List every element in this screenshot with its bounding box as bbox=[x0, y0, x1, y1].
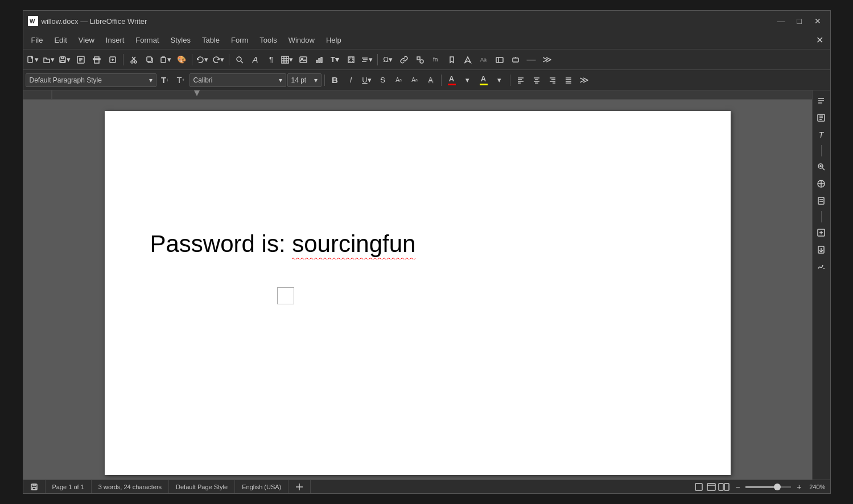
panel-text-btn[interactable]: T bbox=[813, 127, 829, 143]
tb-footnote[interactable]: fn bbox=[428, 52, 443, 67]
align-justify-button[interactable] bbox=[561, 73, 576, 88]
panel-sig-btn[interactable] bbox=[813, 259, 829, 275]
font-select[interactable]: Calibri ▾ bbox=[189, 73, 286, 87]
highlight-color-dropdown[interactable]: ▾ bbox=[492, 73, 507, 88]
new-style-button[interactable]: T+ bbox=[174, 73, 188, 88]
font-size-label: 14 pt bbox=[291, 76, 307, 84]
panel-compass-btn[interactable] bbox=[813, 176, 829, 192]
menu-window[interactable]: Window bbox=[283, 34, 320, 47]
status-save-icon[interactable] bbox=[28, 480, 46, 493]
tb-preview[interactable] bbox=[105, 52, 120, 67]
tb-rule[interactable]: — bbox=[524, 52, 539, 67]
toolbar2-separator-2 bbox=[441, 75, 442, 86]
paragraph-style-select[interactable]: Default Paragraph Style ▾ bbox=[26, 73, 156, 87]
highlight-color-button[interactable]: A bbox=[476, 73, 491, 88]
view-book-btn[interactable] bbox=[718, 482, 730, 492]
tb-print[interactable] bbox=[89, 52, 104, 67]
menu-bar-close[interactable]: ✕ bbox=[811, 35, 828, 46]
tb-save-dropdown[interactable]: ▾ bbox=[57, 52, 72, 67]
strikethrough-button[interactable]: S bbox=[376, 73, 390, 88]
tb-chart[interactable] bbox=[312, 52, 327, 67]
bold-button[interactable]: B bbox=[328, 73, 343, 88]
tb-find[interactable] bbox=[232, 52, 247, 67]
tb-textbox-dropdown[interactable]: T▾ bbox=[328, 52, 343, 67]
toolbar1-separator-2 bbox=[192, 54, 192, 65]
tb-table-dropdown[interactable]: ▾ bbox=[280, 52, 295, 67]
svg-rect-29 bbox=[316, 60, 318, 63]
tb-open-dropdown[interactable]: ▾ bbox=[42, 52, 56, 67]
tb-special-char-dropdown[interactable]: Ω▾ bbox=[381, 52, 395, 67]
tb-redo-dropdown[interactable]: ▾ bbox=[211, 52, 226, 67]
align-left-button[interactable] bbox=[513, 73, 528, 88]
panel-export-btn[interactable] bbox=[813, 242, 829, 258]
status-style: Default Page Style bbox=[169, 480, 235, 493]
tb-basic-shapes[interactable] bbox=[413, 52, 427, 67]
menu-edit[interactable]: Edit bbox=[48, 34, 72, 47]
underline-button[interactable]: U▾ bbox=[360, 73, 374, 88]
maximize-button[interactable]: □ bbox=[792, 14, 807, 28]
tb-image[interactable] bbox=[296, 52, 311, 67]
title-bar: W willow.docx — LibreOffice Writer — □ ✕ bbox=[23, 11, 830, 31]
zoom-in-btn[interactable]: + bbox=[793, 482, 805, 492]
zoom-slider[interactable] bbox=[745, 486, 791, 488]
shadow-button[interactable]: A bbox=[423, 73, 438, 88]
menu-format[interactable]: Format bbox=[130, 34, 164, 47]
document-area[interactable]: Password is: sourcingfun bbox=[23, 100, 812, 480]
status-language[interactable]: English (USA) bbox=[235, 480, 289, 493]
tb-docinfo[interactable] bbox=[73, 52, 88, 67]
menu-help[interactable]: Help bbox=[320, 34, 347, 47]
menu-insert[interactable]: Insert bbox=[100, 34, 130, 47]
update-style-button[interactable]: T↓ bbox=[158, 73, 172, 88]
svg-rect-96 bbox=[695, 484, 702, 490]
panel-page-btn[interactable] bbox=[813, 193, 829, 209]
tb-navigator[interactable] bbox=[460, 52, 475, 67]
tb-image2[interactable] bbox=[492, 52, 507, 67]
menu-file[interactable]: File bbox=[26, 34, 49, 47]
tb-hyperlink[interactable] bbox=[397, 52, 411, 67]
menu-view[interactable]: View bbox=[73, 34, 100, 47]
tb-new-dropdown[interactable]: ▾ bbox=[26, 52, 40, 67]
app-window: W willow.docx — LibreOffice Writer — □ ✕… bbox=[23, 10, 831, 494]
toolbar1: ▾ ▾ ▾ ▾ 🎨 ▾ ▾ bbox=[23, 49, 830, 70]
close-button[interactable]: ✕ bbox=[810, 14, 826, 28]
status-cursor-icon bbox=[289, 480, 311, 493]
menu-form[interactable]: Form bbox=[225, 34, 254, 47]
panel-properties-btn[interactable] bbox=[813, 110, 829, 126]
align-center-button[interactable] bbox=[529, 73, 544, 88]
zoom-out-btn[interactable]: − bbox=[732, 482, 743, 492]
panel-insert-btn[interactable] bbox=[813, 225, 829, 241]
menu-styles[interactable]: Styles bbox=[165, 34, 196, 47]
document-content[interactable]: Password is: sourcingfun bbox=[150, 230, 685, 258]
view-normal-btn[interactable] bbox=[693, 482, 704, 492]
minimize-button[interactable]: — bbox=[773, 14, 789, 28]
tb-textbox2[interactable] bbox=[508, 52, 523, 67]
tb-more1[interactable]: ≫ bbox=[540, 52, 555, 67]
zoom-slider-thumb[interactable] bbox=[774, 484, 781, 490]
toolbar2-more[interactable]: ≫ bbox=[577, 73, 592, 88]
tb-clone-format[interactable]: 🎨 bbox=[174, 52, 189, 67]
tb-undo-dropdown[interactable]: ▾ bbox=[195, 52, 210, 67]
tb-paste-dropdown[interactable]: ▾ bbox=[158, 52, 173, 67]
superscript-button[interactable]: Aa bbox=[392, 73, 406, 88]
tb-frame[interactable] bbox=[344, 52, 358, 67]
menu-table[interactable]: Table bbox=[196, 34, 225, 47]
panel-styles-btn[interactable] bbox=[813, 93, 829, 109]
tb-styles-panel[interactable]: Aa bbox=[476, 52, 491, 67]
font-color-dropdown[interactable]: ▾ bbox=[460, 73, 475, 88]
font-size-select[interactable]: 14 pt ▾ bbox=[287, 73, 322, 87]
tb-align-dropdown[interactable]: ▾ bbox=[360, 52, 374, 67]
menu-tools[interactable]: Tools bbox=[254, 34, 282, 47]
tb-fontwork[interactable]: A bbox=[248, 52, 263, 67]
font-color-button[interactable]: A bbox=[444, 73, 459, 88]
tb-bookmark[interactable] bbox=[444, 52, 459, 67]
view-web-btn[interactable] bbox=[706, 482, 717, 492]
tb-cut[interactable] bbox=[126, 52, 141, 67]
tb-formatting-marks[interactable]: ¶ bbox=[264, 52, 279, 67]
subscript-button[interactable]: Aa bbox=[407, 73, 422, 88]
panel-zoom-in-btn[interactable] bbox=[813, 159, 829, 175]
tb-copy[interactable] bbox=[142, 52, 157, 67]
svg-rect-97 bbox=[707, 484, 715, 490]
italic-button[interactable]: I bbox=[344, 73, 358, 88]
status-bar: Page 1 of 1 3 words, 24 characters Defau… bbox=[23, 480, 830, 493]
align-right-button[interactable] bbox=[545, 73, 560, 88]
